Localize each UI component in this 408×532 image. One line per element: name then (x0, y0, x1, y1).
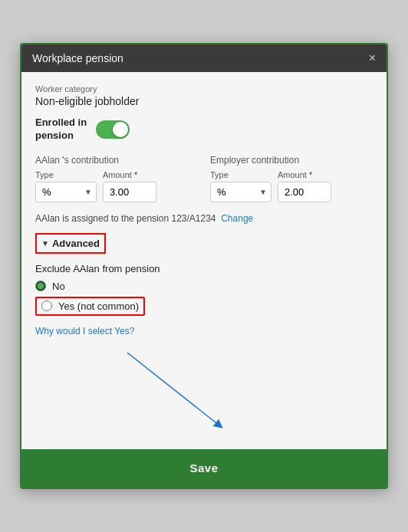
exclude-yes-label: Yes (not common) (58, 300, 139, 312)
toggle-slider (96, 120, 130, 139)
exclude-yes-option[interactable]: Yes (not common) (35, 297, 373, 316)
enrolled-toggle[interactable] (96, 120, 130, 139)
pension-assignment-text: AAlan is assigned to the pension 123/A12… (35, 213, 216, 224)
dialog-header: Workplace pension × (21, 44, 387, 72)
annotation-area (35, 345, 373, 437)
employer-contrib-row: Type % £ ▼ Amount (210, 170, 373, 202)
svg-line-0 (127, 353, 219, 425)
advanced-section: ▼ Advanced Exclude AAlan from pension No… (35, 233, 373, 337)
alan-contribution-title: AAlan 's contribution (35, 155, 198, 166)
dialog-footer[interactable]: Save (21, 449, 387, 488)
dialog-title: Workplace pension (32, 52, 123, 64)
employer-amount-input[interactable] (278, 182, 331, 202)
close-button[interactable]: × (369, 52, 376, 64)
employer-type-label: Type (210, 170, 271, 179)
exclude-radio-group: No Yes (not common) (35, 281, 373, 316)
employer-type-field: Type % £ ▼ (210, 170, 271, 202)
dialog-body: Worker category Non-eligible jobholder E… (21, 72, 387, 449)
save-button[interactable]: Save (189, 461, 218, 475)
annotation-arrow (35, 345, 373, 437)
worker-category-value: Non-eligible jobholder (35, 95, 373, 107)
exclude-yes-radio[interactable] (41, 300, 52, 311)
employer-contribution-title: Employer contribution (210, 155, 373, 166)
alan-type-select[interactable]: % £ (35, 182, 97, 202)
advanced-label: Advanced (52, 238, 100, 249)
alan-type-field: Type % £ ▼ (35, 170, 97, 202)
employer-contribution-section: Employer contribution Type % £ ▼ (210, 155, 373, 202)
advanced-chevron-icon: ▼ (41, 239, 49, 248)
worker-category-label: Worker category (35, 84, 373, 94)
why-yes-link[interactable]: Why would I select Yes? (35, 326, 134, 337)
alan-type-label: Type (35, 170, 97, 179)
alan-amount-field: Amount (103, 170, 156, 202)
exclude-no-label: No (52, 281, 65, 292)
employer-type-select[interactable]: % £ (210, 182, 271, 202)
enrolled-row: Enrolled inpension (35, 117, 373, 143)
employer-type-select-wrapper: % £ ▼ (210, 182, 271, 202)
alan-amount-input[interactable] (103, 182, 156, 202)
exclude-no-radio[interactable] (35, 281, 46, 291)
alan-contribution-section: AAlan 's contribution Type % £ ▼ (35, 155, 198, 202)
alan-contrib-row: Type % £ ▼ Amount (35, 170, 198, 202)
employer-amount-label: Amount (278, 170, 331, 179)
exclude-yes-wrapper: Yes (not common) (35, 297, 145, 316)
change-pension-link[interactable]: Change (221, 213, 253, 224)
exclude-label: Exclude AAlan from pension (35, 263, 373, 274)
enrolled-label: Enrolled inpension (35, 117, 87, 143)
exclude-no-option[interactable]: No (35, 281, 373, 292)
alan-amount-label: Amount (103, 170, 156, 179)
employer-amount-field: Amount (278, 170, 331, 202)
contributions-grid: AAlan 's contribution Type % £ ▼ (35, 155, 373, 202)
alan-type-select-wrapper: % £ ▼ (35, 182, 97, 202)
advanced-toggle-button[interactable]: ▼ Advanced (35, 233, 106, 254)
pension-info: AAlan is assigned to the pension 123/A12… (35, 213, 373, 224)
workplace-pension-dialog: Workplace pension × Worker category Non-… (20, 43, 388, 489)
